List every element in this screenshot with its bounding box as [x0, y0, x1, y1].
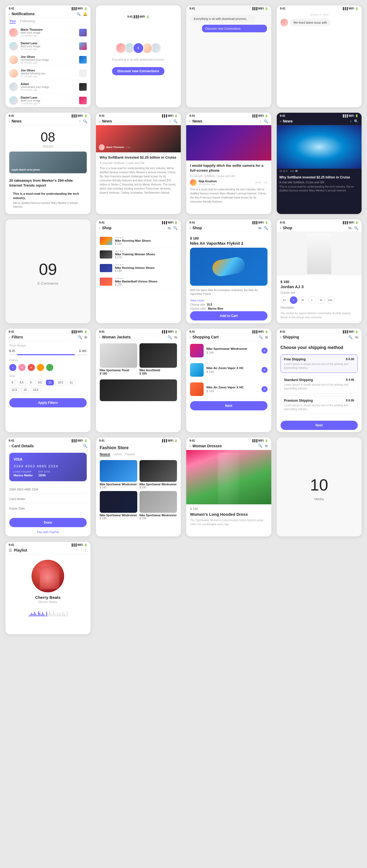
back-news-1[interactable]: ‹: [9, 119, 10, 123]
back-arrow-icon[interactable]: ‹: [9, 12, 10, 16]
back-shipping[interactable]: ‹: [280, 335, 281, 339]
search-icon-1[interactable]: 🔍: [83, 119, 87, 123]
grid-icon-cart[interactable]: ⊞: [265, 335, 268, 339]
back-payment[interactable]: ‹: [9, 444, 10, 448]
add-to-cart-button[interactable]: Add to Cart: [190, 311, 267, 320]
search-icon-3[interactable]: 🔍: [264, 119, 268, 123]
remove-cart-item-1[interactable]: ×: [261, 348, 267, 353]
cart-icon-2[interactable]: 🛍: [258, 226, 261, 230]
menu-icon[interactable]: ☰: [9, 548, 12, 552]
filter-size-8[interactable]: 8: [9, 380, 16, 385]
status-bar-4: 9:41 ▐▐▐ WiFi 🔋: [277, 5, 362, 10]
back-cart[interactable]: ‹: [190, 335, 191, 339]
search-icon-3b[interactable]: 🔍: [354, 226, 358, 230]
shipping-option-premium[interactable]: Premium Shipping $ 8.95 Lorem Ipsum is s…: [281, 396, 358, 414]
cart-icon-1[interactable]: 🛍: [167, 226, 171, 230]
remove-cart-item-3[interactable]: ×: [261, 386, 267, 392]
grid-icon-f[interactable]: ⊞: [84, 335, 87, 339]
back-dress[interactable]: ‹: [190, 444, 191, 448]
filter-size-9-5[interactable]: 9.5: [36, 380, 44, 385]
color-red[interactable]: ✕: [28, 364, 35, 371]
size-xl[interactable]: XL: [317, 296, 325, 304]
notif-thumb-6: [79, 97, 87, 104]
shop-item-4[interactable]: ★★★★ Nike Basketball Unisex Shoes $ 200: [100, 275, 177, 288]
search-icon-dress[interactable]: 🔍: [258, 444, 262, 448]
playlist-more-icon[interactable]: ⋮: [84, 548, 87, 552]
tab-popular[interactable]: Popular: [125, 453, 135, 456]
tab-newest[interactable]: Newest: [100, 453, 110, 456]
shipping-option-free[interactable]: Free Shipping $ 0.00 Lorem Ipsum is simp…: [281, 354, 358, 373]
color-green[interactable]: [46, 364, 53, 371]
back-jackets[interactable]: ‹: [99, 335, 101, 339]
cart-icon-3[interactable]: 🛍: [348, 226, 352, 230]
apply-filters-button[interactable]: Apply Filters: [9, 398, 87, 407]
search-icon-shipping[interactable]: 🔍: [348, 335, 352, 339]
back-news-3[interactable]: ‹: [190, 119, 191, 123]
done-button[interactable]: Done: [9, 518, 87, 527]
size-m[interactable]: M: [299, 296, 307, 304]
tab-following[interactable]: Following: [20, 19, 35, 24]
fashion-item-2[interactable]: Nike Sportswear Windrunner $ 180: [139, 460, 177, 489]
bell-icon[interactable]: 🔔: [83, 12, 87, 16]
search-icon-j[interactable]: 🔍: [167, 335, 172, 339]
jacket-item-2[interactable]: Nike AeroShield $ 395: [139, 343, 177, 375]
share-icon-1[interactable]: ↑: [79, 119, 81, 123]
card-holder-input[interactable]: [9, 495, 87, 503]
size-s[interactable]: S: [290, 296, 298, 304]
search-icon-f[interactable]: 🔍: [78, 335, 82, 339]
share-icon-4[interactable]: ↑: [350, 119, 352, 123]
filter-size-11[interactable]: 11: [67, 380, 75, 385]
remove-cart-item-2[interactable]: ×: [261, 367, 267, 373]
search-icon[interactable]: 🔍: [76, 12, 81, 16]
size-2xl[interactable]: 2XL: [327, 296, 334, 304]
filter-size-13-5[interactable]: 13.5: [31, 387, 41, 393]
color-pink[interactable]: ✕: [19, 364, 26, 371]
shop-item-2[interactable]: ★★★★ Nike Training Woman Shoes $ 170: [100, 248, 177, 261]
cart-icon-shipping[interactable]: 🛍: [355, 335, 358, 339]
cart-next-button[interactable]: Next: [190, 401, 267, 410]
tab-you[interactable]: You: [9, 19, 16, 24]
jacket-item-1[interactable]: Nike Sportswear Floral $ 180: [100, 343, 137, 375]
shop-item-1[interactable]: ★★★★ Nike Running Man Shoes $ 150: [100, 234, 177, 248]
filter-size-10[interactable]: 10: [46, 380, 54, 385]
fashion-item-1[interactable]: Nike Sportswear Windrunner $ 180: [100, 460, 137, 489]
size-aj[interactable]: AJ: [281, 296, 288, 304]
color-purple[interactable]: [9, 364, 16, 371]
search-icon-pay[interactable]: 🔍: [83, 444, 87, 448]
filter-size-12-5[interactable]: 12.5: [9, 387, 19, 393]
back-shop-1[interactable]: ‹: [99, 226, 101, 230]
filter-size-10-5[interactable]: 10.5: [55, 380, 65, 385]
view-more-link[interactable]: View more: [190, 298, 267, 303]
notif-text-5: Adam commented your image 49 minutes ago: [21, 82, 76, 91]
search-icon-4[interactable]: 🔍: [354, 119, 358, 123]
search-icon-shop[interactable]: 🔍: [173, 226, 177, 230]
search-icon-2[interactable]: 🔍: [173, 119, 177, 123]
cart-icon-dress[interactable]: 🛍: [264, 444, 268, 448]
back-shop-2[interactable]: ‹: [190, 226, 191, 230]
fashion-item-3[interactable]: Nike Sportswear Windrunner $ 180: [100, 491, 137, 520]
exp-date-input[interactable]: [9, 505, 87, 513]
search-icon-cart[interactable]: 🔍: [258, 335, 263, 339]
share-icon-3[interactable]: ↑: [260, 119, 261, 123]
cart-icon-j[interactable]: 🛍: [174, 335, 177, 339]
color-orange[interactable]: [37, 364, 44, 371]
shop-item-3[interactable]: ★★★★ Nike Running Unisex Shoes $ 190: [100, 261, 177, 275]
tab-latest[interactable]: Latest: [113, 453, 121, 456]
back-filters[interactable]: ‹: [9, 335, 10, 339]
paypal-button[interactable]: Pay with PayPal: [5, 529, 90, 536]
fashion-item-4[interactable]: Nike Sportswear Windrunner $ 180: [139, 491, 177, 520]
range-slider[interactable]: [9, 354, 87, 355]
filter-size-13[interactable]: 13: [21, 387, 29, 393]
back-shop-3[interactable]: ‹: [280, 226, 281, 230]
card-number-input[interactable]: [9, 486, 87, 494]
back-news-4[interactable]: ‹: [280, 119, 281, 123]
filter-size-8-5[interactable]: 8.5: [18, 380, 26, 385]
size-l[interactable]: L: [308, 296, 316, 304]
shipping-next-button[interactable]: Next: [281, 421, 358, 430]
discover-new-connections-button[interactable]: Discover new Connections: [112, 67, 165, 75]
back-news-2[interactable]: ‹: [99, 119, 101, 123]
search-icon-shop-2[interactable]: 🔍: [264, 226, 268, 230]
share-icon-2[interactable]: ↑: [169, 119, 171, 123]
filter-size-9[interactable]: 9: [27, 380, 34, 385]
shipping-option-standard[interactable]: Standard Shipping $ 4.95 Lorem Ipsum is …: [281, 375, 358, 394]
